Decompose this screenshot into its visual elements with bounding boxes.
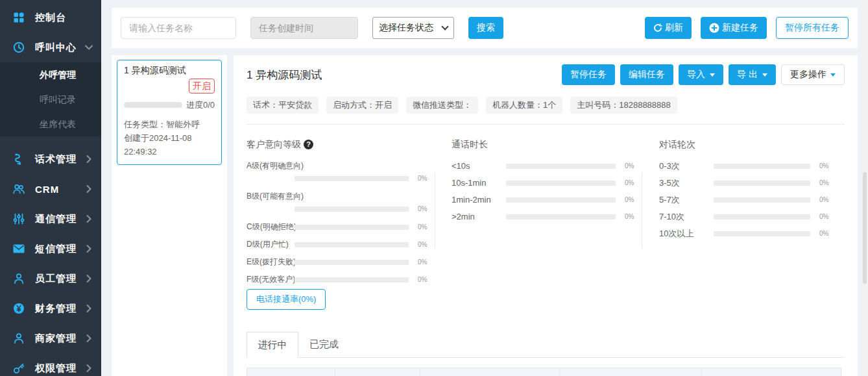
refresh-button[interactable]: 刷新 — [645, 17, 692, 39]
caret-down-icon — [830, 73, 836, 77]
bar-label: B级(可能有意向) — [247, 191, 435, 202]
more-actions-label: 更多操作 — [790, 69, 826, 81]
sidebar-item-label: CRM — [35, 184, 84, 195]
pause-all-button[interactable]: 暂停所有任务 — [776, 17, 849, 39]
refresh-button-label: 刷新 — [665, 22, 683, 34]
sidebar-item-label: 商家管理 — [35, 332, 84, 345]
sidebar-item-finance-management[interactable]: 财务管理 — [0, 294, 101, 323]
bar-value-label: 0% — [418, 175, 435, 182]
sidebar-item-label: 控制台 — [35, 12, 93, 24]
sidebar-item-call-center[interactable]: 呼叫中心 — [0, 32, 101, 62]
bar-track — [714, 231, 810, 236]
bar-label: 0-3次 — [659, 160, 714, 171]
export-button[interactable]: 导 出 — [729, 64, 776, 85]
sidebar-subitem-call-records[interactable]: 呼叫记录 — [0, 87, 101, 112]
task-create-time-input[interactable] — [250, 17, 358, 39]
info-chip: 微信推送类型： — [406, 97, 478, 114]
sidebar-subitem-outbound-management[interactable]: 外呼管理 — [0, 62, 101, 87]
create-task-button[interactable]: 新建任务 — [701, 17, 767, 39]
clock-icon — [12, 41, 25, 54]
bar-track — [295, 176, 409, 181]
bar-value-label: 0% — [625, 196, 642, 203]
edit-task-button[interactable]: 编辑任务 — [620, 64, 673, 85]
bar-label: 5-7次 — [659, 194, 714, 205]
people-icon — [12, 182, 25, 195]
task-status-row: 开启 — [124, 79, 215, 94]
bar-row: 3-5次0% — [659, 177, 836, 188]
sidebar-item-permission-management[interactable]: 权限管理 — [0, 353, 101, 376]
task-card[interactable]: 1 异构源码测试 开启 进度0/0 任务类型：智能外呼 创建于2024-11-0… — [117, 60, 222, 165]
sidebar: 控制台呼叫中心外呼管理呼叫记录坐席代表话术管理CRM通信管理短信管理员工管理财务… — [0, 0, 101, 376]
pause-task-button[interactable]: 暂停任务 — [562, 64, 615, 85]
chevron-right-icon — [84, 274, 93, 283]
bar-row: 10次以上0% — [659, 228, 836, 239]
bar-track — [714, 181, 810, 186]
page-scrollbar[interactable] — [862, 0, 868, 376]
bar-value-label: 0% — [418, 223, 435, 231]
chart-title: 对话轮次 — [659, 139, 836, 150]
task-status-select[interactable]: 选择任务状态 — [372, 17, 454, 39]
bar-row: 0-3次0% — [659, 160, 836, 171]
info-chip: 主叫号码：18288888888 — [570, 97, 677, 114]
task-status-select-value: 选择任务状态 — [379, 22, 433, 34]
app-root: 控制台呼叫中心外呼管理呼叫记录坐席代表话术管理CRM通信管理短信管理员工管理财务… — [0, 0, 868, 376]
export-button-label: 导 出 — [737, 69, 758, 81]
connect-rate-button[interactable]: 电话接通率(0%) — [247, 289, 326, 310]
divider — [247, 124, 845, 125]
tab-in-progress[interactable]: 进行中 — [247, 332, 298, 358]
bar-track — [295, 225, 409, 230]
filter-bar: 选择任务状态 搜索 刷新 新建任务 暂停所有任务 — [112, 8, 858, 48]
sidebar-item-label: 权限管理 — [35, 362, 84, 375]
scrollbar-thumb[interactable] — [863, 172, 867, 284]
bar-row: <10s0% — [452, 160, 642, 171]
bar-value-label: 0% — [418, 205, 435, 212]
caret-down-icon — [710, 73, 715, 77]
bar-value-label: 0% — [819, 196, 836, 203]
chevron-right-icon — [84, 334, 93, 343]
bar-row: B级(可能有意向)0% — [247, 191, 435, 212]
chevron-right-icon — [84, 244, 93, 253]
grid-icon — [12, 11, 25, 24]
bar-label: E级(拨打失败) — [247, 257, 295, 268]
sidebar-item-communication-management[interactable]: 通信管理 — [0, 204, 101, 234]
task-progress-label: 进度0/0 — [186, 98, 215, 112]
bar-track — [506, 197, 616, 203]
sidebar-item-employee-management[interactable]: 员工管理 — [0, 264, 101, 294]
task-created-line: 创建于2024-11-08 22:49:32 — [124, 131, 215, 158]
sidebar-item-merchant-management[interactable]: 商家管理 — [0, 323, 101, 353]
help-icon[interactable]: ? — [304, 140, 313, 149]
task-info-chips: 话术：平安贷款启动方式：开启微信推送类型：机器人数量：1个主叫号码：182888… — [247, 97, 845, 114]
yuan-icon — [12, 302, 25, 315]
stats-section: 客户意向等级?A级(有明确意向)0%B级(可能有意向)0%C级(明确拒绝)0%D… — [247, 139, 845, 279]
bar-label: 3-5次 — [659, 177, 714, 188]
import-button-label: 导入 — [687, 69, 705, 81]
detail-header: 1 异构源码测试 暂停任务 编辑任务 导入 导 出 更多 — [247, 64, 845, 85]
search-button[interactable]: 搜索 — [468, 17, 503, 39]
branch-icon — [12, 153, 25, 166]
chevron-down-icon — [441, 23, 448, 30]
chevron-right-icon — [84, 214, 93, 223]
sidebar-item-script-management[interactable]: 话术管理 — [0, 144, 101, 174]
bar-label: >2min — [452, 211, 506, 222]
sidebar-subitem-agent-representative[interactable]: 坐席代表 — [0, 112, 101, 136]
bar-value-label: 0% — [625, 213, 642, 220]
bar-label: 1min-2min — [452, 194, 506, 205]
bar-track — [714, 214, 810, 219]
task-card-title: 1 异构源码测试 — [124, 65, 215, 77]
column-divider — [435, 173, 435, 248]
bar-value-label: 0% — [819, 179, 836, 186]
import-button[interactable]: 导入 — [679, 64, 723, 85]
sidebar-item-sms-management[interactable]: 短信管理 — [0, 234, 101, 264]
bar-label: F级(无效客户) — [247, 274, 295, 285]
tab-completed[interactable]: 已完成 — [298, 331, 350, 357]
content-area: 选择任务状态 搜索 刷新 新建任务 暂停所有任务 1 — [101, 0, 868, 376]
sidebar-item-console[interactable]: 控制台 — [0, 3, 101, 32]
bar-track — [295, 242, 409, 247]
more-actions-button[interactable]: 更多操作 — [781, 64, 845, 85]
bar-value-label: 0% — [819, 213, 836, 220]
sidebar-item-label: 员工管理 — [35, 273, 84, 285]
task-name-input[interactable] — [121, 17, 236, 39]
bar-value-label: 0% — [625, 162, 642, 169]
bar-row: F级(无效客户)0% — [247, 274, 435, 285]
sidebar-item-crm[interactable]: CRM — [0, 174, 101, 204]
